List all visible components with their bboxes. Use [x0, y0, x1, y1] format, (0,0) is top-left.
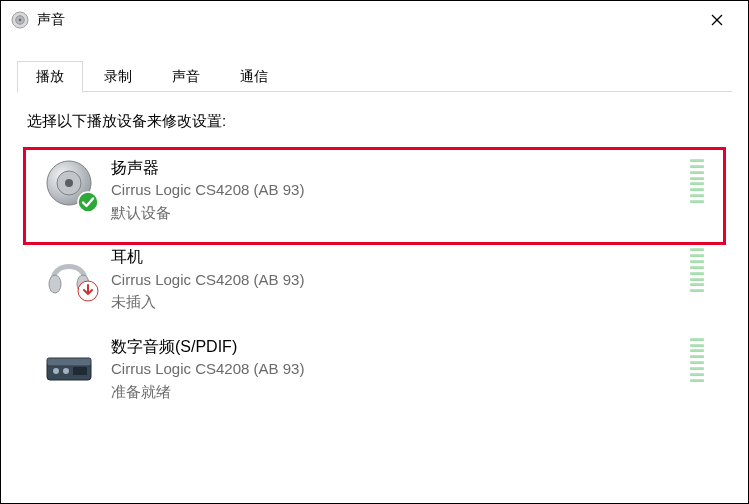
device-status: 未插入	[111, 291, 678, 314]
device-status: 默认设备	[111, 202, 678, 225]
device-list: 扬声器 Cirrus Logic CS4208 (AB 93) 默认设备	[27, 149, 722, 417]
tab-label: 声音	[172, 68, 200, 84]
device-info: 扬声器 Cirrus Logic CS4208 (AB 93) 默认设备	[111, 157, 678, 224]
speaker-icon	[43, 157, 95, 209]
default-check-icon	[77, 191, 99, 213]
sound-icon	[11, 11, 29, 29]
device-name: 耳机	[111, 246, 678, 268]
svg-point-15	[63, 368, 69, 374]
svg-point-7	[65, 179, 73, 187]
level-meter	[690, 248, 704, 292]
tab-label: 通信	[240, 68, 268, 84]
device-name: 扬声器	[111, 157, 678, 179]
device-row-speakers[interactable]: 扬声器 Cirrus Logic CS4208 (AB 93) 默认设备	[33, 149, 716, 238]
device-row-headphones[interactable]: 耳机 Cirrus Logic CS4208 (AB 93) 未插入	[33, 238, 716, 327]
tab-strip: 播放 录制 声音 通信	[1, 39, 748, 92]
device-info: 耳机 Cirrus Logic CS4208 (AB 93) 未插入	[111, 246, 678, 313]
svg-point-9	[49, 275, 61, 293]
device-description: Cirrus Logic CS4208 (AB 93)	[111, 179, 678, 202]
svg-point-2	[19, 19, 22, 22]
device-row-spdif[interactable]: 数字音频(S/PDIF) Cirrus Logic CS4208 (AB 93)…	[33, 328, 716, 417]
tab-label: 播放	[36, 68, 64, 84]
titlebar: 声音	[1, 1, 748, 39]
device-description: Cirrus Logic CS4208 (AB 93)	[111, 358, 678, 381]
svg-rect-16	[73, 367, 87, 375]
device-info: 数字音频(S/PDIF) Cirrus Logic CS4208 (AB 93)…	[111, 336, 678, 403]
tab-label: 录制	[104, 68, 132, 84]
spdif-icon	[43, 336, 95, 388]
content-area: 选择以下播放设备来修改设置:	[1, 92, 748, 417]
tab-communications[interactable]: 通信	[221, 61, 287, 92]
level-meter	[690, 338, 704, 382]
device-name: 数字音频(S/PDIF)	[111, 336, 678, 358]
svg-point-8	[78, 192, 98, 212]
tab-sounds[interactable]: 声音	[153, 61, 219, 92]
svg-rect-13	[47, 358, 91, 366]
headphones-icon	[43, 246, 95, 298]
level-meter	[690, 159, 704, 203]
window-title: 声音	[37, 11, 694, 29]
close-button[interactable]	[694, 5, 740, 35]
device-status: 准备就绪	[111, 381, 678, 404]
device-description: Cirrus Logic CS4208 (AB 93)	[111, 269, 678, 292]
prompt-text: 选择以下播放设备来修改设置:	[27, 112, 722, 131]
tab-playback[interactable]: 播放	[17, 61, 83, 93]
tab-recording[interactable]: 录制	[85, 61, 151, 92]
svg-point-14	[53, 368, 59, 374]
unplugged-icon	[77, 280, 99, 302]
